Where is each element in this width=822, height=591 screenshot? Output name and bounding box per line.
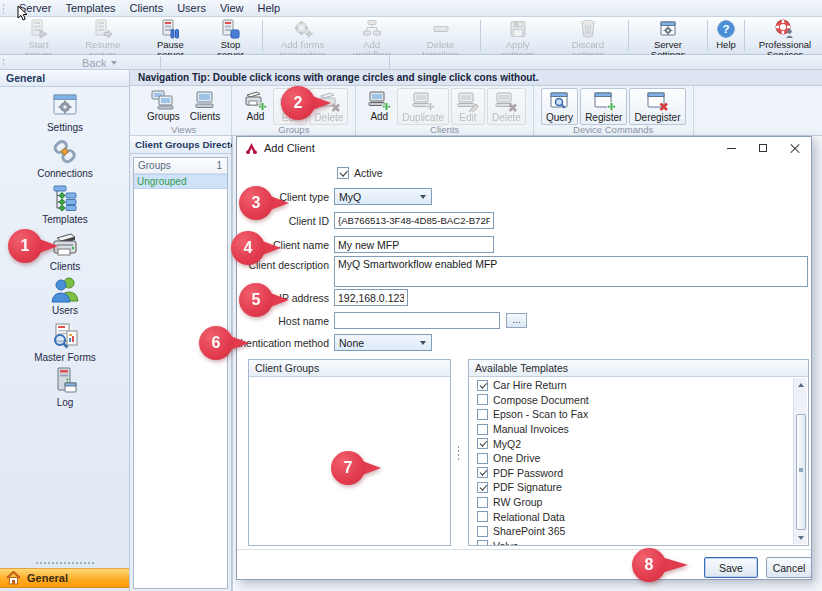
template-checkbox[interactable]	[477, 409, 488, 420]
scroll-down-button[interactable]	[794, 531, 807, 544]
templates-list: Car Hire Return Compose Document Epson -…	[469, 378, 793, 545]
template-checkbox[interactable]	[477, 540, 488, 545]
template-checkbox[interactable]	[477, 497, 488, 508]
template-checkbox[interactable]	[477, 424, 488, 435]
views-clients-button[interactable]: Clients	[186, 88, 225, 123]
callout-6: 6	[199, 326, 233, 360]
professional-services-button[interactable]: Professional Services	[748, 17, 822, 54]
template-item[interactable]: Manual Invoices	[469, 422, 793, 437]
template-item[interactable]: RW Group	[469, 495, 793, 510]
template-checkbox[interactable]	[477, 394, 488, 405]
template-checkbox[interactable]	[477, 482, 488, 493]
sidebar-item-master-forms[interactable]: Master Forms	[0, 321, 130, 363]
template-checkbox[interactable]	[477, 467, 488, 478]
clients-edit-button[interactable]: Edit	[451, 88, 485, 125]
query-button[interactable]: Query	[541, 88, 578, 125]
sidebar-splitter[interactable]	[35, 561, 95, 565]
maximize-button[interactable]	[747, 137, 779, 159]
template-checkbox[interactable]	[477, 453, 488, 464]
edit-icon	[456, 90, 480, 112]
menu-templates[interactable]: Templates	[58, 1, 122, 15]
available-templates-panel: Available Templates Car Hire Return Comp…	[468, 359, 809, 546]
sidebar-item-templates[interactable]: Templates	[0, 183, 130, 225]
auth-method-select[interactable]: None	[334, 334, 432, 351]
toolbar-separator	[628, 20, 629, 51]
server-settings-button[interactable]: Server Settings	[632, 17, 704, 54]
clients-delete-button[interactable]: Delete	[487, 88, 526, 125]
template-item[interactable]: Volvo	[469, 539, 793, 545]
groups-add-button[interactable]: Add	[239, 88, 271, 123]
active-checkbox[interactable]	[337, 167, 349, 179]
navigation-tip-bar: Navigation Tip: Double click icons with …	[130, 70, 822, 86]
client-id-input[interactable]	[334, 212, 494, 229]
template-checkbox[interactable]	[477, 438, 488, 449]
start-server-button[interactable]: Start server	[10, 17, 67, 54]
template-item[interactable]: PDF Password	[469, 466, 793, 481]
sidebar-item-log[interactable]: Log	[0, 366, 130, 408]
add-workflow-button[interactable]: Add workflow	[340, 17, 404, 54]
sidebar-item-users[interactable]: Users	[0, 274, 130, 316]
save-button[interactable]: Save	[704, 557, 758, 578]
template-item[interactable]: Compose Document	[469, 393, 793, 408]
resume-server-button[interactable]: Resume server	[67, 17, 139, 54]
template-item[interactable]: PDF Signature	[469, 480, 793, 495]
clients-add-button[interactable]: Add	[363, 88, 395, 123]
apply-settings-icon	[508, 19, 528, 39]
client-description-input[interactable]: MyQ Smartworkflow enabled MFP	[334, 256, 808, 287]
menu-clients[interactable]: Clients	[123, 1, 171, 15]
menu-users[interactable]: Users	[170, 1, 213, 15]
deregister-button[interactable]: Deregister	[629, 88, 685, 125]
template-item[interactable]: One Drive	[469, 451, 793, 466]
register-button[interactable]: Register	[580, 88, 627, 125]
template-checkbox[interactable]	[477, 526, 488, 537]
clients-duplicate-button[interactable]: Duplicate	[397, 88, 449, 125]
menu-view[interactable]: View	[213, 1, 251, 15]
add-client-dialog: Add Client Active Client type MyQ Client…	[236, 136, 812, 580]
host-name-input[interactable]	[334, 312, 500, 329]
help-button[interactable]: ? Help	[711, 17, 741, 54]
pause-server-button[interactable]: Pause server	[139, 17, 203, 54]
triangle-up-icon	[798, 383, 804, 387]
views-groups-button[interactable]: Groups	[143, 88, 184, 123]
groups-column-header[interactable]: Groups 1	[134, 158, 227, 174]
server-pause-icon	[160, 19, 180, 39]
menu-help[interactable]: Help	[251, 1, 288, 15]
back-button[interactable]: Back	[74, 55, 125, 70]
delete-icon	[494, 90, 518, 112]
group-row-ungrouped[interactable]: Ungrouped	[134, 174, 227, 189]
client-type-select[interactable]: MyQ	[334, 188, 432, 205]
template-item[interactable]: Car Hire Return	[469, 378, 793, 393]
template-item[interactable]: MyQ2	[469, 436, 793, 451]
connections-icon	[50, 137, 80, 167]
scrollbar-thumb[interactable]	[796, 414, 806, 530]
stop-server-button[interactable]: Stop server	[202, 17, 258, 54]
close-button[interactable]	[779, 137, 811, 159]
toolbar-separator	[262, 20, 263, 51]
template-item[interactable]: SharePoint 365	[469, 524, 793, 539]
sidebar-item-settings[interactable]: Settings	[0, 91, 130, 133]
template-item[interactable]: Epson - Scan to Fax	[469, 407, 793, 422]
template-checkbox[interactable]	[477, 380, 488, 391]
add-forms-recognition-button[interactable]: Add forms recognition	[266, 17, 340, 54]
ip-address-input[interactable]	[334, 289, 408, 306]
home-icon	[6, 571, 21, 585]
mouse-cursor-icon	[17, 6, 29, 22]
scroll-up-button[interactable]	[794, 378, 807, 391]
client-name-input[interactable]	[334, 236, 494, 253]
delete-template-button[interactable]: Delete template	[404, 17, 478, 54]
template-checkbox[interactable]	[477, 511, 488, 522]
panel-splitter[interactable]	[453, 359, 464, 546]
minimize-button[interactable]	[715, 137, 747, 159]
template-item[interactable]: Relational Data	[469, 509, 793, 524]
host-name-browse-button[interactable]: ...	[506, 313, 527, 328]
apply-settings-button[interactable]: Apply settings	[484, 17, 551, 54]
templates-scrollbar[interactable]	[793, 378, 807, 544]
discard-settings-button[interactable]: Discard settings	[551, 17, 625, 54]
dialog-titlebar[interactable]: Add Client	[237, 137, 811, 159]
sidebar-footer-general[interactable]: General	[0, 568, 129, 588]
help-icon: ?	[716, 19, 736, 39]
sidebar-item-connections[interactable]: Connections	[0, 137, 130, 179]
cancel-button[interactable]: Cancel	[766, 557, 812, 578]
main-toolbar: Start server Resume server Pause server …	[0, 17, 822, 55]
ribbon-group-device-commands: Query Register Deregister Device Command…	[534, 86, 694, 135]
